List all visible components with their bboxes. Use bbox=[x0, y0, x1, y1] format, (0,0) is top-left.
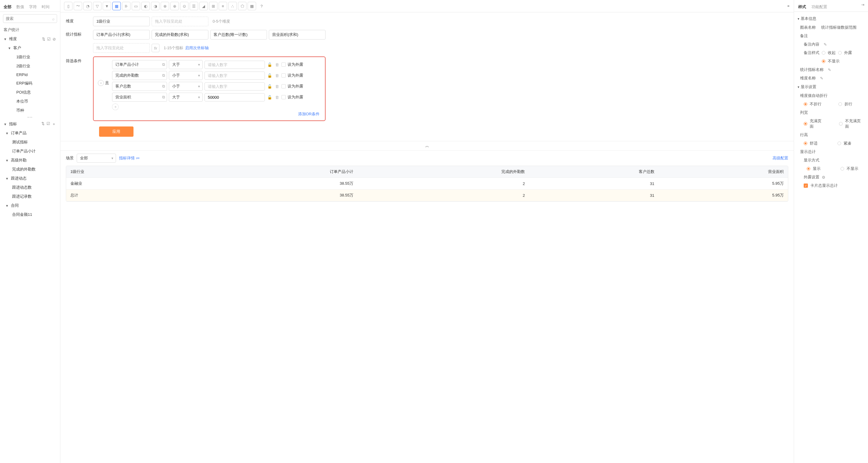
delete-icon[interactable]: 🗑 bbox=[275, 95, 280, 100]
tab-time[interactable]: 时间 bbox=[41, 2, 50, 11]
add-filter-button[interactable]: ＋ bbox=[112, 103, 119, 110]
combo-chart-icon[interactable]: ⊪ bbox=[122, 2, 130, 10]
fx-button[interactable]: fx bbox=[152, 44, 159, 52]
help-icon[interactable]: ? bbox=[257, 2, 266, 10]
scatter-icon[interactable]: ∴ bbox=[228, 2, 237, 10]
dim-dropzone[interactable]: 拖入字段至此处 bbox=[152, 16, 208, 26]
hbar-icon[interactable]: ☰ bbox=[190, 2, 198, 10]
expose-checkbox[interactable] bbox=[281, 95, 286, 99]
radio-comfort[interactable] bbox=[804, 141, 807, 145]
table-header[interactable]: 客户总数 bbox=[529, 166, 658, 178]
table-header[interactable]: 1级行业 bbox=[66, 166, 186, 178]
filter-icon[interactable]: ☑ bbox=[46, 121, 50, 127]
tree-item[interactable]: 跟进记录数 bbox=[2, 192, 58, 201]
expose-checkbox[interactable] bbox=[281, 73, 286, 77]
copy-icon[interactable]: ⧉ bbox=[162, 62, 165, 67]
expand-icon[interactable]: ⇥ bbox=[861, 2, 864, 11]
copy-icon[interactable]: ⧉ bbox=[162, 73, 165, 78]
filter-value-input[interactable] bbox=[205, 93, 265, 101]
edit-icon[interactable]: ✎ bbox=[824, 42, 827, 47]
funnel-icon[interactable]: ▽ bbox=[93, 2, 101, 10]
tree-item[interactable]: ERPId bbox=[6, 71, 58, 79]
radio-wrap[interactable] bbox=[838, 102, 842, 106]
metric-subgroup[interactable]: ▾高级外勤 bbox=[2, 156, 58, 165]
metric-detail-link[interactable]: 指标详情 ≔ bbox=[119, 156, 140, 161]
radar-icon[interactable]: ⬠ bbox=[238, 2, 246, 10]
delete-icon[interactable]: 🗑 bbox=[275, 84, 280, 89]
gauge-icon[interactable]: ◐ bbox=[141, 2, 150, 10]
copy-icon[interactable]: ⧉ bbox=[162, 84, 165, 89]
map3-icon[interactable]: ⊙ bbox=[180, 2, 188, 10]
radio-nowrap[interactable] bbox=[804, 102, 807, 106]
radio-nofill[interactable] bbox=[839, 122, 843, 126]
gauge2-icon[interactable]: ◑ bbox=[151, 2, 159, 10]
metric-subgroup[interactable]: ▾合同 bbox=[2, 201, 58, 210]
tree-item[interactable]: 合同金额11 bbox=[2, 210, 58, 219]
filter-op-select[interactable]: 小于▼ bbox=[169, 82, 203, 91]
lock-icon[interactable]: 🔓 bbox=[267, 84, 273, 89]
resize-handle[interactable]: ══ bbox=[2, 115, 58, 120]
remove-group-button[interactable]: − bbox=[98, 80, 104, 86]
line-chart-icon[interactable]: 〜 bbox=[74, 2, 82, 10]
search-input[interactable] bbox=[3, 14, 57, 23]
copy-icon[interactable]: ⧉ bbox=[162, 95, 165, 100]
tab-style[interactable]: 样式 bbox=[798, 2, 807, 11]
radio-compact[interactable] bbox=[837, 141, 841, 145]
tree-item[interactable]: 1级行业 bbox=[6, 53, 58, 62]
filter-field-select[interactable]: 客户总数⧉ bbox=[112, 82, 167, 91]
basic-info-head[interactable]: ▾基本信息 bbox=[798, 14, 864, 23]
apply-button[interactable]: 应用 bbox=[99, 127, 133, 137]
pie-chart-icon[interactable]: ◔ bbox=[83, 2, 92, 10]
filter-field-select[interactable]: 完成的外勤数⧉ bbox=[112, 71, 167, 80]
tree-item[interactable]: 测试指标 bbox=[2, 138, 58, 147]
filter-value-input[interactable] bbox=[205, 82, 265, 91]
edit-icon[interactable]: ✎ bbox=[820, 76, 823, 80]
filter-value-input[interactable] bbox=[205, 71, 265, 80]
filter-op-select[interactable]: 大于▼ bbox=[169, 93, 203, 102]
filter-field-select[interactable]: 订单产品小计⧉ bbox=[112, 60, 167, 69]
funnel2-icon[interactable]: ▼ bbox=[103, 2, 111, 10]
sort-icon[interactable]: ⇅ bbox=[42, 37, 45, 41]
table-header[interactable]: 营业面积 bbox=[659, 166, 788, 178]
tree-item[interactable]: 订单产品小计 bbox=[2, 147, 58, 156]
lock-icon[interactable]: 🔓 bbox=[267, 73, 273, 78]
tree-item[interactable]: 完成的外勤数 bbox=[2, 165, 58, 174]
metric-subgroup[interactable]: ▾订单产品 bbox=[2, 129, 58, 138]
metric-chip[interactable]: 营业面积(求和) bbox=[269, 30, 326, 39]
dim-chip[interactable]: 1级行业 bbox=[93, 16, 150, 26]
tree-item[interactable]: 2级行业 bbox=[6, 62, 58, 71]
add-icon[interactable]: ＋ bbox=[52, 121, 56, 127]
grid-icon[interactable]: ▩ bbox=[248, 2, 256, 10]
radio-fill[interactable] bbox=[804, 122, 807, 126]
radio-show[interactable] bbox=[807, 167, 810, 170]
radio-noshow[interactable] bbox=[822, 60, 826, 63]
metric-chip[interactable]: 订单产品小计(求和) bbox=[93, 30, 150, 39]
radio-hide[interactable] bbox=[840, 167, 844, 170]
filter-op-select[interactable]: 小于▼ bbox=[169, 71, 203, 80]
tree-item[interactable]: ERP编码 bbox=[6, 79, 58, 88]
tree-item[interactable]: 本位币 bbox=[6, 97, 58, 106]
sort-icon[interactable]: ⇅ bbox=[41, 121, 45, 127]
map2-icon[interactable]: ⊕ bbox=[170, 2, 179, 10]
radio-collapse[interactable] bbox=[822, 51, 826, 55]
lock-icon[interactable]: 🔓 bbox=[267, 95, 273, 100]
map-icon[interactable]: ⊗ bbox=[161, 2, 169, 10]
tab-all[interactable]: 全部 bbox=[3, 2, 12, 11]
filter-value-input[interactable] bbox=[205, 61, 265, 69]
add-or-link[interactable]: 添加OR条件 bbox=[298, 112, 320, 116]
gear-icon[interactable]: ⚙ bbox=[822, 175, 826, 179]
card-icon[interactable]: ▭ bbox=[132, 2, 140, 10]
bar-chart-icon[interactable]: ▯ bbox=[64, 2, 72, 10]
link-icon[interactable]: ⚭ bbox=[787, 4, 790, 8]
table-icon[interactable]: ▦ bbox=[112, 2, 121, 10]
tab-string[interactable]: 字符 bbox=[28, 2, 37, 11]
delete-icon[interactable]: 🗑 bbox=[275, 73, 280, 78]
table-header[interactable]: 完成的外勤数 bbox=[358, 166, 529, 178]
metric-subgroup[interactable]: ▾跟进动态 bbox=[2, 174, 58, 183]
tree-item[interactable]: 币种 bbox=[6, 106, 58, 115]
metric-dropzone[interactable]: 拖入字段至此处 bbox=[93, 43, 150, 53]
advanced-config-link[interactable]: 高级配置 bbox=[773, 156, 788, 161]
list-icon[interactable]: ≡ bbox=[219, 2, 227, 10]
more-icon[interactable]: ⊘ bbox=[53, 37, 56, 41]
scene-select[interactable]: 全部 ▼ bbox=[77, 154, 116, 163]
